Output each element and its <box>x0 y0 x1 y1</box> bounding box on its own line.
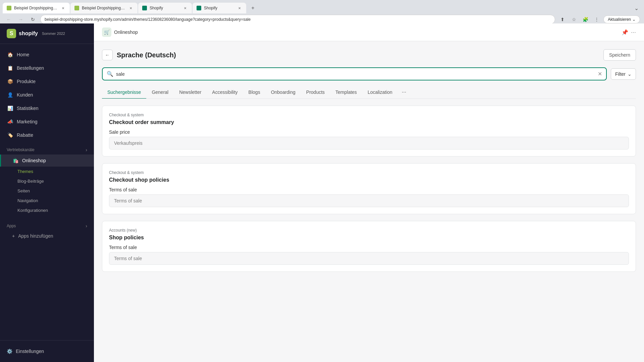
sidebar-settings[interactable]: ⚙️ Einstellungen <box>7 346 87 357</box>
tab-title-2: Beispiel Dropshipping Store <box>82 6 125 10</box>
terms-of-sale-input-2[interactable] <box>109 252 629 265</box>
sidebar-item-kunden-label: Kunden <box>17 92 33 98</box>
apps-section-label: Apps › <box>0 218 94 231</box>
share-button[interactable]: ⬆ <box>558 15 567 24</box>
section-title-3: Shop policies <box>109 235 629 241</box>
section-title-2: Checkout shop policies <box>109 177 629 183</box>
analytics-icon: 📊 <box>7 105 13 112</box>
content-area: Checkout & system Checkout order summary… <box>102 106 636 272</box>
search-filter-bar: 🔍 ✕ Filter ⌄ <box>102 67 636 80</box>
tab-templates[interactable]: Templates <box>330 86 362 99</box>
tabs-more-button[interactable]: ··· <box>398 86 410 99</box>
shopify-logo-icon: S <box>7 29 16 38</box>
browser-menu-button[interactable]: ⋮ <box>592 15 601 24</box>
search-icon: 🔍 <box>107 71 113 77</box>
store-header: 🛒 Onlineshop 📌 ··· <box>94 23 644 41</box>
update-chevron-icon: ⌄ <box>632 17 636 22</box>
shopify-logo-text: shopify <box>19 31 38 37</box>
sidebar-item-home-label: Home <box>17 52 29 57</box>
forward-nav-button[interactable]: → <box>16 15 25 24</box>
orders-icon: 📋 <box>7 65 13 71</box>
tab-suchergebnisse[interactable]: Suchergebnisse <box>102 86 146 99</box>
address-bar[interactable]: beispiel-dropshipping-store.myshopify.co… <box>40 15 555 24</box>
sidebar-item-blog[interactable]: Blog-Beiträge <box>0 176 94 186</box>
tab-favicon-2 <box>74 6 79 10</box>
products-icon: 📦 <box>7 78 13 85</box>
sidebar-item-home[interactable]: 🏠 Home <box>0 48 94 61</box>
address-text: beispiel-dropshipping-store.myshopify.co… <box>45 17 251 22</box>
sidebar-item-seiten[interactable]: Seiten <box>0 186 94 196</box>
tabs-bar: Suchergebnisse General Newsletter Access… <box>102 86 636 99</box>
apps-label: Apps <box>7 224 16 228</box>
tab-newsletter[interactable]: Newsletter <box>174 86 207 99</box>
translation-search-input[interactable] <box>116 71 595 77</box>
tab-localization[interactable]: Localization <box>362 86 398 99</box>
themes-label: Themes <box>17 169 33 174</box>
store-name: Onlineshop <box>114 29 138 35</box>
vertriebskanaele-section[interactable]: Vertriebskanäle › <box>0 142 94 155</box>
main-content: 🛒 Onlineshop 📌 ··· ← Sprache (Deutsch) S… <box>94 23 644 362</box>
pin-button[interactable]: 📌 <box>622 29 628 36</box>
back-button[interactable]: ← <box>102 50 113 60</box>
back-arrow-icon: ← <box>105 52 110 58</box>
vertriebskanaele-chevron-icon: › <box>86 147 87 153</box>
sidebar-item-kunden[interactable]: 👤 Kunden <box>0 88 94 102</box>
sidebar-footer: ⚙️ Einstellungen <box>0 340 94 362</box>
filter-button[interactable]: Filter ⌄ <box>611 68 636 80</box>
tab-blogs[interactable]: Blogs <box>243 86 266 99</box>
translation-search-wrapper: 🔍 ✕ <box>102 67 607 80</box>
tab-overflow-button[interactable]: ⌄ <box>634 5 641 11</box>
page-title: Sprache (Deutsch) <box>117 51 176 59</box>
sidebar-item-rabatte[interactable]: 🏷️ Rabatte <box>0 128 94 142</box>
sidebar-item-marketing[interactable]: 📣 Marketing <box>0 115 94 128</box>
store-more-button[interactable]: ··· <box>631 29 636 36</box>
field-label-terms-of-sale-1: Terms of sale <box>109 187 629 192</box>
section-shop-policies: Accounts (new) Shop policies Terms of sa… <box>102 221 636 272</box>
sidebar-item-produkte[interactable]: 📦 Produkte <box>0 75 94 88</box>
tab-accessibility[interactable]: Accessibility <box>207 86 243 99</box>
tab-close-4[interactable]: ✕ <box>237 5 242 11</box>
browser-tab-2[interactable]: Beispiel Dropshipping Store ✕ <box>70 3 138 13</box>
seiten-label: Seiten <box>17 188 30 193</box>
bookmark-button[interactable]: ☆ <box>569 15 579 24</box>
tab-close-1[interactable]: ✕ <box>60 5 66 11</box>
terms-of-sale-input-1[interactable] <box>109 194 629 207</box>
tab-general[interactable]: General <box>146 86 174 99</box>
back-nav-button[interactable]: ← <box>4 15 13 24</box>
sale-price-input[interactable] <box>109 137 629 149</box>
sidebar-item-statistiken[interactable]: 📊 Statistiken <box>0 102 94 115</box>
browser-tab-4[interactable]: Shopify ✕ <box>193 3 246 13</box>
konfigurationen-label: Konfigurationen <box>17 208 48 213</box>
tab-close-2[interactable]: ✕ <box>128 5 133 11</box>
sidebar-item-navigation[interactable]: Navigation <box>0 196 94 205</box>
sidebar-item-produkte-label: Produkte <box>17 79 36 84</box>
browser-tab-1[interactable]: Beispiel Dropshipping Store ·... ✕ <box>3 3 70 13</box>
update-button[interactable]: Aktualisieren ⌄ <box>603 15 640 23</box>
sidebar-item-konfigurationen[interactable]: Konfigurationen <box>0 205 94 215</box>
settings-icon: ⚙️ <box>7 349 12 354</box>
sidebar-item-onlineshop[interactable]: 🛍️ Onlineshop <box>0 155 94 167</box>
sidebar-item-onlineshop-label: Onlineshop <box>22 158 46 163</box>
sidebar-item-themes[interactable]: Themes <box>0 167 94 176</box>
tab-products[interactable]: Products <box>301 86 330 99</box>
new-tab-button[interactable]: + <box>248 3 258 13</box>
sidebar-header: S shopify Sommer 2022 <box>0 23 94 44</box>
browser-actions: ⬆ ☆ 🧩 ⋮ Aktualisieren ⌄ <box>558 15 640 24</box>
tab-close-3[interactable]: ✕ <box>182 5 188 11</box>
sidebar-item-bestellungen[interactable]: 📋 Bestellungen <box>0 61 94 75</box>
sidebar-item-marketing-label: Marketing <box>17 119 37 124</box>
sidebar-add-apps[interactable]: + Apps hinzufügen <box>0 231 94 241</box>
extensions-button[interactable]: 🧩 <box>581 15 590 24</box>
section-title-1: Checkout order summary <box>109 119 629 125</box>
tab-onboarding[interactable]: Onboarding <box>266 86 301 99</box>
clear-search-button[interactable]: ✕ <box>598 71 602 77</box>
tab-favicon-3 <box>142 6 147 10</box>
save-button[interactable]: Speichern <box>603 49 636 61</box>
field-label-sale-price: Sale price <box>109 129 629 135</box>
page-header: ← Sprache (Deutsch) Speichern <box>102 49 636 61</box>
shopify-logo: S shopify Sommer 2022 <box>7 29 65 38</box>
browser-tab-3[interactable]: Shopify ✕ <box>138 3 192 13</box>
reload-button[interactable]: ↻ <box>28 15 38 24</box>
page-header-left: ← Sprache (Deutsch) <box>102 50 176 60</box>
section-checkout-order-summary: Checkout & system Checkout order summary… <box>102 106 636 157</box>
